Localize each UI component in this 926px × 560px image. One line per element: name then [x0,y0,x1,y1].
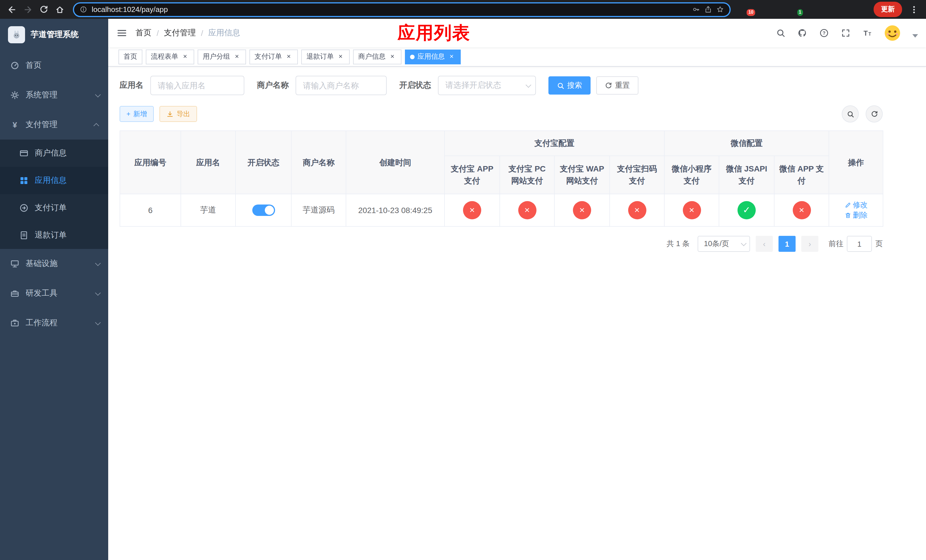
close-icon[interactable]: × [337,53,345,61]
help-icon[interactable]: ? [819,28,829,38]
browser-home-icon[interactable] [52,2,67,17]
sidebar-logo[interactable]: 芋道管理系统 [0,19,108,51]
extension-drop-icon[interactable] [758,5,768,14]
tab-refund-orders[interactable]: 退款订单 × [301,49,350,64]
breadcrumb-payment[interactable]: 支付管理 [164,28,196,38]
tab-merchant-info[interactable]: 商户信息 × [353,49,401,64]
sidebar-item-app-info[interactable]: 应用信息 [0,167,108,194]
app-title: 芋道管理系统 [31,30,79,40]
bookmark-star-icon[interactable] [716,6,724,13]
add-button[interactable]: + 新增 [120,106,154,122]
breadcrumb-home[interactable]: 首页 [136,28,151,38]
browser-forward-icon[interactable] [21,2,35,17]
credit-card-icon [20,149,29,158]
close-icon[interactable]: × [388,53,396,61]
next-page-button[interactable]: › [801,236,819,252]
toggle-search-icon[interactable] [842,105,859,123]
extension-dark-icon[interactable] [774,5,784,14]
tab-user-group[interactable]: 用户分组 × [198,49,246,64]
password-key-icon[interactable] [693,6,700,13]
cell-merchant: 芋道源码 [291,194,346,227]
tab-app-info[interactable]: 应用信息 × [405,49,461,64]
caret-down-icon[interactable] [912,34,918,38]
sidebar-item-label: 系统管理 [26,90,57,100]
share-icon[interactable] [705,6,712,13]
col-merchant: 商户名称 [291,131,346,194]
sidebar-item-infrastructure[interactable]: 基础设施 [0,249,108,278]
sidebar-item-payment-orders[interactable]: 支付订单 [0,194,108,222]
extension-badge-green: 1 [796,9,803,17]
delete-link[interactable]: 删除 [844,210,868,221]
col-actions: 操作 [829,131,883,194]
col-app-id: 应用编号 [120,131,181,194]
font-size-icon[interactable]: TT [862,28,873,38]
tab-label: 支付订单 [254,52,282,62]
merchant-name-label: 商户名称 [257,80,289,91]
browser-back-icon[interactable] [5,2,20,17]
table-tools [842,105,883,123]
sidebar-item-label: 研发工具 [26,288,57,298]
url-bar[interactable]: localhost:1024/pay/app [73,2,731,17]
site-info-icon[interactable] [80,6,87,13]
top-navbar: 首页 / 支付管理 / 应用信息 应用列表 ? [108,19,926,47]
tab-home[interactable]: 首页 [118,49,142,64]
sidebar-item-system[interactable]: 系统管理 [0,80,108,110]
close-icon[interactable]: × [285,53,293,61]
reset-button[interactable]: 重置 [596,76,639,95]
extension-notes-icon[interactable] [822,5,831,14]
extension-grid-icon[interactable]: 10 [742,5,752,14]
sidebar-item-label: 商户信息 [35,148,67,158]
page-number-1[interactable]: 1 [779,236,796,252]
browser-profile-avatar[interactable] [854,5,863,14]
chevron-down-icon [95,290,101,295]
github-icon[interactable] [797,28,808,38]
hamburger-icon[interactable] [108,19,136,47]
search-button[interactable]: 搜索 [548,76,590,95]
app-name-input[interactable] [150,76,244,95]
sidebar-item-payment[interactable]: ¥ 支付管理 [0,110,108,139]
extension-wechat-icon[interactable] [806,5,816,14]
browser-reload-icon[interactable] [36,2,51,17]
status-select[interactable]: 请选择开启状态 [438,76,536,95]
export-button-label: 导出 [177,109,190,119]
browser-menu-kebab-icon[interactable] [906,2,921,17]
url-text[interactable]: localhost:1024/pay/app [92,5,688,14]
tabs-bar: 首页 流程表单 × 用户分组 × 支付订单 × [108,47,926,67]
close-icon[interactable]: × [448,53,455,61]
sidebar-item-dev-tools[interactable]: 研发工具 [0,278,108,308]
wx-app-status-icon: × [793,201,811,219]
export-button[interactable]: 导出 [159,106,197,122]
chevron-down-icon [95,91,101,97]
alipay-app-status-icon: × [463,201,481,219]
close-icon[interactable]: × [181,53,189,61]
sidebar-item-home[interactable]: 首页 [0,51,108,80]
sidebar-item-merchant-info[interactable]: 商户信息 [0,139,108,167]
sidebar-item-refund-orders[interactable]: 退款订单 [0,222,108,249]
extensions-puzzle-icon[interactable] [838,5,847,14]
close-icon[interactable]: × [233,53,241,61]
browser-update-button[interactable]: 更新 [874,2,902,17]
document-icon [20,231,29,240]
status-label: 开启状态 [399,80,431,91]
edit-link[interactable]: 修改 [844,200,868,210]
tab-payment-orders[interactable]: 支付订单 × [250,49,298,64]
sidebar: 芋道管理系统 首页 系统管理 ¥ 支付管理 [0,19,108,560]
prev-page-button[interactable]: ‹ [756,236,773,252]
search-icon[interactable] [776,28,786,38]
tab-process-form[interactable]: 流程表单 × [146,49,194,64]
table-toolbar: + 新增 导出 [120,105,883,123]
user-avatar[interactable] [884,24,901,42]
tab-label: 应用信息 [418,52,445,62]
page-size-select[interactable]: 10条/页 [698,236,750,252]
fullscreen-icon[interactable] [841,28,851,38]
refresh-icon[interactable] [865,105,883,123]
edit-label: 修改 [853,200,868,210]
goto-page-input[interactable] [847,236,872,252]
extension-color-wheel-icon[interactable]: 1 [790,5,800,14]
chevron-down-icon [741,240,747,246]
col-alipay-app: 支付宝 APP 支付 [445,156,500,194]
merchant-name-input[interactable] [295,76,387,95]
status-toggle[interactable] [252,204,275,216]
sidebar-item-workflow[interactable]: 工作流程 [0,308,108,338]
page-size-value: 10条/页 [704,239,729,249]
